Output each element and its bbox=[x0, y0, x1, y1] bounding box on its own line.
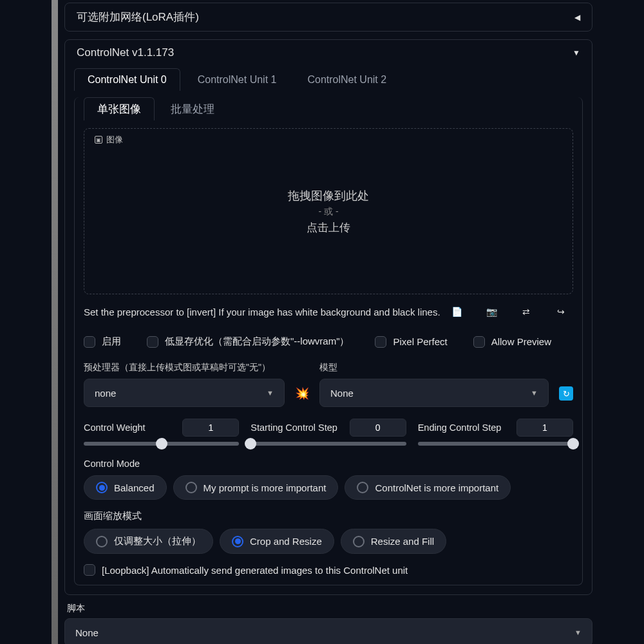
model-select[interactable]: None ▼ bbox=[319, 379, 549, 407]
script-select[interactable]: None ▼ bbox=[64, 618, 592, 644]
allow-preview-checkbox[interactable]: Allow Preview bbox=[473, 336, 551, 348]
expand-icon: ▼ bbox=[573, 48, 580, 57]
camera-icon[interactable]: 📷 bbox=[486, 306, 497, 317]
end-step-value[interactable] bbox=[516, 419, 573, 437]
chevron-down-icon: ▼ bbox=[531, 389, 538, 397]
preprocessor-label: 预处理器（直接上传模式图或草稿时可选"无"） bbox=[84, 362, 285, 374]
resize-mode-label: 画面缩放模式 bbox=[84, 510, 573, 522]
mode-prompt[interactable]: My prompt is more important bbox=[173, 475, 339, 500]
weight-value[interactable] bbox=[182, 419, 239, 437]
chevron-down-icon: ▼ bbox=[267, 389, 274, 397]
resize-crop[interactable]: Crop and Resize bbox=[220, 529, 334, 554]
unit-panel: 单张图像 批量处理 ▣ 图像 拖拽图像到此处 - 或 - 点击上传 Set th… bbox=[74, 97, 583, 585]
loopback-checkbox[interactable]: [Loopback] Automatically send generated … bbox=[84, 564, 573, 576]
control-mode-label: Control Mode bbox=[84, 459, 573, 469]
enable-checkbox[interactable]: 启用 bbox=[84, 336, 121, 348]
lora-title: 可选附加网络(LoRA插件) bbox=[77, 10, 199, 24]
start-step-value[interactable] bbox=[350, 419, 406, 437]
weight-slider[interactable] bbox=[84, 442, 239, 446]
start-step-label: Starting Control Step bbox=[251, 422, 337, 433]
subtab-batch[interactable]: 批量处理 bbox=[157, 97, 228, 120]
chevron-down-icon: ▼ bbox=[574, 629, 582, 636]
script-label: 脚本 bbox=[67, 603, 592, 614]
controlnet-title: ControlNet v1.1.173 bbox=[77, 46, 174, 59]
lowvram-checkbox[interactable]: 低显存优化（需配合启动参数"--lowvram"） bbox=[147, 336, 349, 348]
tab-unit-0[interactable]: ControlNet Unit 0 bbox=[74, 68, 180, 91]
preprocessor-select[interactable]: none ▼ bbox=[84, 379, 285, 407]
tab-unit-1[interactable]: ControlNet Unit 1 bbox=[184, 68, 290, 91]
mode-controlnet[interactable]: ControlNet is more important bbox=[345, 475, 511, 500]
dropzone-text-click: 点击上传 bbox=[307, 220, 350, 235]
preprocessor-hint: Set the preprocessor to [invert] If your… bbox=[84, 307, 451, 317]
pixel-perfect-checkbox[interactable]: Pixel Perfect bbox=[375, 336, 447, 348]
collapse-icon: ◀ bbox=[574, 13, 580, 22]
lora-accordion[interactable]: 可选附加网络(LoRA插件) ◀ bbox=[64, 3, 592, 32]
send-icon[interactable]: ↪ bbox=[555, 306, 567, 317]
end-step-label: Ending Control Step bbox=[418, 422, 502, 433]
end-step-slider[interactable] bbox=[418, 442, 573, 446]
controlnet-accordion: ControlNet v1.1.173 ▼ ControlNet Unit 0 … bbox=[64, 39, 592, 595]
dropzone-tag: 图像 bbox=[106, 134, 123, 146]
image-dropzone[interactable]: ▣ 图像 拖拽图像到此处 - 或 - 点击上传 bbox=[84, 128, 573, 294]
dropzone-text-drag: 拖拽图像到此处 bbox=[288, 188, 369, 204]
weight-label: Control Weight bbox=[84, 422, 146, 433]
start-step-slider[interactable] bbox=[251, 442, 406, 446]
resize-fill[interactable]: Resize and Fill bbox=[341, 529, 446, 554]
mode-balanced[interactable]: Balanced bbox=[84, 475, 167, 500]
unit-tabs: ControlNet Unit 0 ControlNet Unit 1 Cont… bbox=[65, 68, 592, 91]
controlnet-header[interactable]: ControlNet v1.1.173 ▼ bbox=[65, 40, 592, 66]
image-icon: ▣ bbox=[95, 136, 102, 144]
dropzone-text-or: - 或 - bbox=[318, 206, 338, 218]
tab-unit-2[interactable]: ControlNet Unit 2 bbox=[294, 68, 400, 91]
refresh-models-button[interactable]: ↻ bbox=[559, 386, 573, 401]
run-preprocessor-button[interactable]: 💥 bbox=[295, 386, 309, 407]
model-label: 模型 bbox=[319, 362, 549, 374]
resize-just[interactable]: 仅调整大小（拉伸） bbox=[84, 529, 213, 554]
swap-icon[interactable]: ⇄ bbox=[520, 306, 532, 317]
new-canvas-icon[interactable]: 📄 bbox=[451, 306, 462, 317]
subtab-single[interactable]: 单张图像 bbox=[84, 97, 155, 120]
